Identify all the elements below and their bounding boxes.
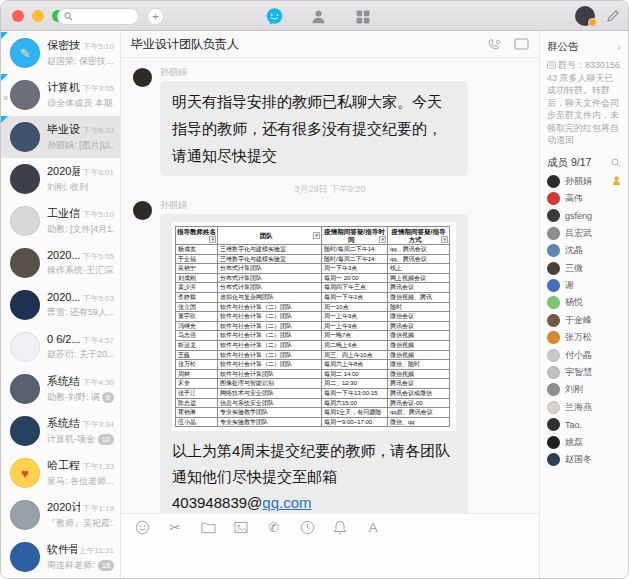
history-icon[interactable] — [299, 519, 315, 535]
member-avatar — [547, 453, 560, 466]
chat-time: 下午1:19 — [82, 503, 114, 514]
notification-bell-icon[interactable] — [332, 519, 348, 535]
compose-icon[interactable] — [606, 9, 620, 23]
video-call-icon[interactable] — [487, 38, 501, 51]
member-avatar — [547, 331, 560, 344]
screen-share-icon[interactable] — [514, 38, 529, 50]
chat-list-item[interactable]: ✎ 保密技... 下午5:10 赵国荣: 保密技... — [1, 32, 120, 74]
member-name: 孙丽娟 — [565, 175, 592, 188]
chat-list-item[interactable]: 毕业设... 下午6:33 孙丽娟: [图片]以... — [1, 116, 120, 158]
member-row[interactable]: 姚磊 — [547, 433, 621, 450]
avatar-glyph-icon: ✎ — [20, 46, 31, 61]
teacher-cell: 张万松 — [176, 360, 218, 370]
teacher-cell: 于全福 — [176, 254, 218, 264]
contacts-tab-icon[interactable] — [309, 7, 328, 26]
member-avatar — [547, 192, 560, 205]
member-row[interactable]: 于金峰 — [547, 312, 621, 329]
call-icon[interactable]: ✆ — [266, 519, 282, 535]
team-cell: 图像处理与智能识别 — [218, 379, 322, 389]
team-cell: 软件与社会计算（二）团队 — [218, 312, 322, 322]
method-cell: 随时 — [388, 302, 450, 312]
search-input[interactable] — [57, 8, 139, 25]
member-name: Tao. — [565, 420, 582, 430]
member-row[interactable]: 吕宏武 — [547, 225, 621, 242]
team-cell: 软件与社会计算（二）团队 — [218, 321, 322, 331]
teacher-cell: 马志强 — [176, 331, 218, 341]
chat-avatar — [10, 122, 40, 152]
close-button[interactable] — [12, 10, 24, 22]
team-cell: 软件与社会计算团队 — [218, 369, 322, 379]
chat-list-sidebar: × ✎ 保密技... 下午5:10 赵国 — [1, 31, 121, 579]
member-avatar — [547, 227, 560, 240]
member-row[interactable]: 刘刚 — [547, 381, 621, 398]
chat-list-item[interactable]: 工业信... 下午5:10 助教: [文件]4月1... — [1, 200, 120, 242]
unread-badge: 18 — [98, 560, 114, 571]
status-busy-badge — [588, 18, 597, 27]
chat-time: 下午3:34 — [82, 419, 114, 430]
message-bubble: 明天有指导安排的教师已私聊大家。今天指导的教师，还有很多没有提交纪要的，请通知尽… — [160, 81, 468, 176]
filter-icon: ▾ — [209, 236, 216, 243]
chat-list-item[interactable]: ♥ 哈工程... 下午1:33 泉马: 各位老师... — [1, 452, 120, 494]
emoji-icon[interactable] — [134, 519, 150, 535]
member-row[interactable]: 赵国冬 — [547, 451, 621, 468]
method-cell: 网上视频会议 — [388, 273, 450, 283]
message-input[interactable] — [134, 535, 526, 571]
font-style-icon[interactable]: A — [365, 519, 381, 535]
team-cell: 软件与社会计算（二）团队 — [218, 340, 322, 350]
member-row[interactable]: 宇智慧 — [547, 364, 621, 381]
member-search-icon[interactable] — [611, 158, 621, 168]
message-list: 孙丽娟 明天有指导安排的教师已私聊大家。今天指导的教师，还有很多没有提交纪要的，… — [121, 58, 539, 513]
minimize-button[interactable] — [32, 10, 44, 22]
email-link[interactable]: qq.com — [262, 494, 311, 511]
add-button[interactable]: ＋ — [147, 8, 164, 25]
announcement-header[interactable]: 群公告 › — [547, 40, 621, 54]
method-cell: 微信视频 — [388, 340, 450, 350]
member-row[interactable]: 高伟 — [547, 190, 621, 207]
member-row[interactable]: 孙丽娟 — [547, 173, 621, 190]
member-row[interactable]: Tao. — [547, 416, 621, 433]
method-cell: 腾讯会议或微信 — [388, 388, 450, 398]
chat-list-item[interactable]: 2020计... 下午1:19 『教师』吴祀霞:... — [1, 494, 120, 536]
member-row[interactable]: gsfeng — [547, 207, 621, 224]
table-row: 陈志远 信息与系统安全团队 每周六15:00 腾讯会议-00 — [176, 398, 450, 408]
time-cell: 随时/每周二下午14: — [322, 254, 388, 264]
table-image-attachment[interactable]: 指导教师姓名▾ 团队▾ 疫情期间答疑/指导时间▾ 疫情期间答疑/指导方式▾ — [172, 222, 456, 431]
member-avatar — [547, 366, 560, 379]
send-image-icon[interactable] — [233, 519, 249, 535]
member-row[interactable]: 三微 — [547, 259, 621, 276]
table-header-cell: 疫情期间答疑/指导方式▾ — [388, 227, 450, 245]
time-cell: 周一晚7点 — [322, 331, 388, 341]
member-row[interactable]: 张万松 — [547, 329, 621, 346]
screenshot-scissors-icon[interactable]: ✂ — [167, 519, 183, 535]
chat-name: 2020... — [47, 291, 80, 303]
table-row: 张子江 网络技术与安全团队 每周一下午13:00-15 腾讯会议或微信 — [176, 388, 450, 398]
chat-list-item[interactable]: 2020... 下午5:05 操作系统-王汇淙... — [1, 242, 120, 284]
chat-list-item[interactable]: 0 6/2... 下午4:57 赵苏衍: 关于20... — [1, 326, 120, 368]
chat-preview: 曹雷: 还有59人... — [47, 306, 114, 319]
input-toolbar: ✂ ✆ A — [134, 519, 526, 535]
chat-avatar — [10, 374, 40, 404]
chat-list-item[interactable]: 2020届... 下午6:01 刘刚: 收到 — [1, 158, 120, 200]
member-row[interactable]: 杨悦 — [547, 294, 621, 311]
send-file-icon[interactable] — [200, 519, 216, 535]
sender-avatar[interactable] — [133, 68, 152, 87]
close-chat-icon[interactable]: × — [3, 93, 8, 103]
member-avatar — [547, 244, 560, 257]
chat-list-item[interactable]: 系统结... 下午4:30 助教-刘野: 调换... 6 — [1, 368, 120, 410]
my-avatar[interactable] — [575, 6, 595, 26]
chat-list-item[interactable]: 系统结... 下午3:34 计算机-项金倩:... 10 — [1, 410, 120, 452]
chat-header: 毕业设计团队负责人 — [121, 31, 539, 58]
messages-tab-icon[interactable] — [265, 7, 284, 26]
apps-tab-icon[interactable] — [353, 7, 372, 26]
sender-avatar[interactable] — [133, 201, 152, 220]
member-row[interactable]: 谢 — [547, 277, 621, 294]
member-row[interactable]: 付小晶 — [547, 346, 621, 363]
member-row[interactable]: 沈晶 — [547, 242, 621, 259]
member-row[interactable]: 兰海燕 — [547, 399, 621, 416]
team-cell: 三维数字化与建模实验室 — [218, 245, 322, 255]
chat-list-item[interactable]: 软件骨... 上午11:31 周连科老师: 下... 18 — [1, 536, 120, 578]
chat-list-item[interactable]: 计算机... 下午3:05 @全体成员 本期... — [1, 74, 120, 116]
chat-list-item[interactable]: 2020... 下午5:03 曹雷: 还有59人... — [1, 284, 120, 326]
group-owner-icon — [612, 176, 621, 186]
announcement-body[interactable]: 群号：833015643 原多人聊天已成功转群。转群后，聊天文件会同步至群文件内… — [547, 59, 621, 147]
